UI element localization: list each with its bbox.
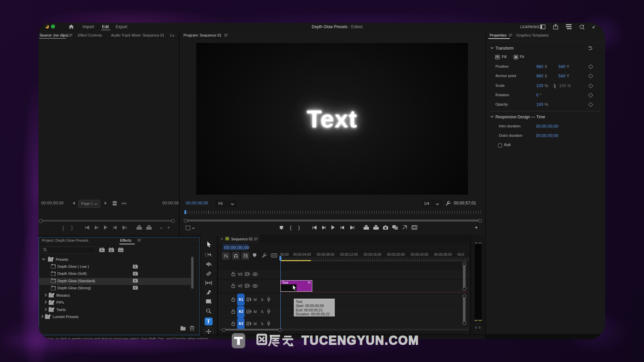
svg-text:32: 32 <box>110 249 112 252</box>
svg-text:YUV: YUV <box>119 250 123 252</box>
